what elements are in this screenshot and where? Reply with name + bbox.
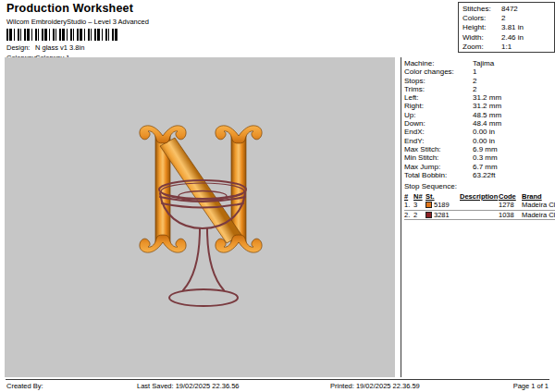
machine-row: Down: 48.4 mm <box>404 119 555 128</box>
last-saved-text: Last Saved: 19/02/2025 22.36.56 <box>137 382 240 390</box>
stop-sequence-row: 2. 2 3281 1038 Madeira Classic 40 <box>404 211 555 221</box>
machine-value: 2 <box>473 77 476 85</box>
design-preview-area <box>5 57 395 377</box>
design-summary-box: Stitches: 8472 Colors: 2 Height: 3.81 in… <box>458 2 555 53</box>
column-header-needle: N# <box>413 192 426 201</box>
summary-row: Colors: 2 <box>462 14 554 23</box>
machine-label: Color changes: <box>404 67 473 76</box>
summary-row: Stitches: 8472 <box>462 5 554 14</box>
machine-value: 0.00 in <box>473 137 495 145</box>
machine-row: Max Stitch: 6.9 mm <box>404 145 555 153</box>
machine-info-panel: Machine: Tajima Color changes: 1 Stops: … <box>401 57 555 377</box>
machine-row: Machine: Tajima <box>404 59 555 67</box>
summary-label: Zoom: <box>462 43 501 52</box>
page-title: Production Worksheet <box>6 2 395 15</box>
letter-n-graphic <box>140 126 262 252</box>
footer-divider <box>6 379 549 380</box>
brand-cell: Madeira Classic 40 <box>522 201 555 209</box>
column-header-description: Description <box>460 192 499 201</box>
thread-swatch <box>426 212 432 218</box>
machine-value: 48.5 mm <box>473 111 501 119</box>
machine-label: Max Jump: <box>404 163 473 171</box>
machine-row: EndY: 0.00 in <box>404 137 555 145</box>
machine-label: Max Stitch: <box>404 145 473 153</box>
summary-label: Width: <box>462 33 501 43</box>
needle-cell: 2 <box>413 211 426 219</box>
machine-label: Down: <box>404 119 473 128</box>
code-cell: 1038 <box>499 211 522 219</box>
machine-value: 1 <box>473 67 476 76</box>
stop-sequence-row: 1. 3 5189 1278 Madeira Classic 40 <box>404 201 555 211</box>
stitch-cell: 5189 <box>426 201 460 209</box>
summary-label: Height: <box>462 23 501 32</box>
stop-sequence-title: Stop Sequence: <box>404 182 555 191</box>
column-header-seq: # <box>404 192 413 201</box>
column-header-stitches: St. <box>426 192 460 201</box>
machine-label: Total Bobbin: <box>404 171 473 179</box>
machine-value: 6.9 mm <box>473 145 498 153</box>
machine-label: Trims: <box>404 85 473 93</box>
code-cell: 1278 <box>499 201 522 209</box>
machine-row: Right: 31.2 mm <box>404 102 555 110</box>
machine-label: EndX: <box>404 128 473 136</box>
brand-cell: Madeira Classic 40 <box>522 211 555 219</box>
machine-row: Max Jump: 6.7 mm <box>404 163 555 171</box>
column-header-brand: Brand <box>522 192 555 201</box>
machine-label: Left: <box>404 93 473 102</box>
seq-cell: 1. <box>404 201 413 209</box>
design-name-row: Design: N glass v1 3.8in <box>6 43 395 52</box>
summary-row: Zoom: 1:1 <box>462 43 554 52</box>
machine-value: 0.00 in <box>473 128 495 136</box>
machine-value: 31.2 mm <box>473 93 501 102</box>
machine-row: Total Bobbin: 63.22ft <box>404 171 555 179</box>
machine-value: 63.22ft <box>473 171 495 179</box>
machine-value: 2 <box>473 85 476 93</box>
stitch-cell: 3281 <box>426 211 460 219</box>
design-label: Design: <box>6 43 35 52</box>
machine-value: 31.2 mm <box>473 102 501 110</box>
machine-label: Min Stitch: <box>404 153 473 162</box>
machine-row: Min Stitch: 0.3 mm <box>404 153 555 162</box>
machine-value: Tajima <box>473 59 494 67</box>
barcode <box>6 29 119 41</box>
machine-value: 48.4 mm <box>473 119 501 128</box>
summary-value: 3.81 in <box>501 23 524 32</box>
machine-label: Stops: <box>404 77 473 85</box>
worksheet-header: Production Worksheet Wilcom EmbroiderySt… <box>6 2 395 62</box>
page-number: Page 1 of 1 <box>481 382 549 390</box>
summary-value: 1:1 <box>501 43 512 52</box>
machine-label: Machine: <box>404 59 473 67</box>
machine-row: Trims: 2 <box>404 85 555 93</box>
machine-row: EndX: 0.00 in <box>404 128 555 136</box>
seq-cell: 2. <box>404 211 413 219</box>
machine-value: 0.3 mm <box>473 153 498 162</box>
column-header-code: Code <box>499 192 522 201</box>
app-version-text: Wilcom EmbroideryStudio – Level 3 Advanc… <box>6 18 395 26</box>
summary-value: 8472 <box>501 5 518 14</box>
summary-label: Colors: <box>462 14 501 23</box>
summary-label: Stitches: <box>462 5 501 14</box>
machine-row: Color changes: 1 <box>404 67 555 76</box>
machine-row: Up: 48.5 mm <box>404 111 555 119</box>
machine-label: Right: <box>404 102 473 110</box>
machine-row: Left: 31.2 mm <box>404 93 555 102</box>
stitch-count: 5189 <box>434 201 450 209</box>
machine-label: EndY: <box>404 137 473 145</box>
stitch-count: 3281 <box>434 211 450 219</box>
machine-row: Stops: 2 <box>404 77 555 85</box>
printed-text: Printed: 19/02/2025 22.36.59 <box>330 382 420 390</box>
embroidery-design-graphic <box>5 57 395 377</box>
needle-cell: 3 <box>413 201 426 209</box>
stop-sequence-header-row: # N# St. Description Code Brand <box>404 191 555 201</box>
machine-value: 6.7 mm <box>473 163 498 171</box>
machine-label: Up: <box>404 111 473 119</box>
summary-value: 2 <box>501 14 505 23</box>
summary-value: 2.46 in <box>501 33 524 43</box>
design-value: N glass v1 3.8in <box>35 43 84 52</box>
thread-swatch <box>426 202 432 208</box>
created-by-label: Created By: <box>6 382 43 390</box>
summary-row: Width: 2.46 in <box>462 33 554 43</box>
summary-row: Height: 3.81 in <box>462 23 554 32</box>
